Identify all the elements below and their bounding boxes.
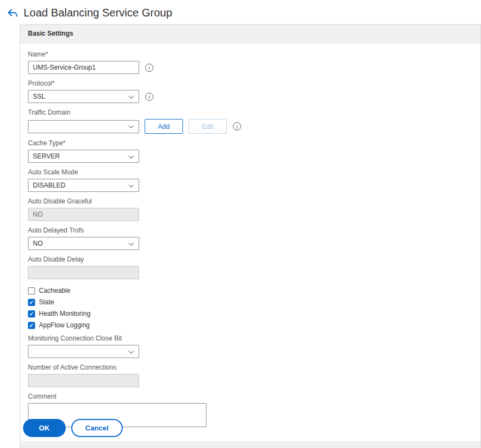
chevron-down-icon (129, 182, 134, 188)
cache-type-field-group: Cache Type* SERVER (28, 139, 473, 163)
cacheable-checkbox-row: Cacheable (28, 287, 473, 294)
panel-header: Basic Settings (20, 25, 480, 43)
cache-type-select[interactable]: SERVER (28, 150, 139, 163)
auto-delayed-trofs-label: Auto Delayed Trofs (28, 226, 473, 234)
auto-scale-mode-field-group: Auto Scale Mode DISABLED (28, 168, 473, 192)
appflow-logging-checkbox-row: AppFlow Logging (28, 321, 473, 329)
cancel-button[interactable]: Cancel (71, 419, 123, 437)
auto-scale-mode-select[interactable]: DISABLED (28, 179, 139, 192)
monitoring-connection-close-bit-field-group: Monitoring Connection Close Bit (28, 334, 473, 358)
edit-button[interactable]: Edit (188, 119, 227, 134)
auto-scale-mode-label: Auto Scale Mode (28, 168, 473, 176)
comment-label: Comment (28, 393, 473, 400)
state-checkbox[interactable] (28, 299, 35, 306)
monitoring-connection-close-bit-label: Monitoring Connection Close Bit (28, 334, 473, 342)
page-title: Load Balancing Service Group (24, 7, 172, 19)
protocol-select-value: SSL (33, 93, 45, 100)
auto-disable-delay-label: Auto Disable Delay (28, 256, 473, 263)
number-of-active-connections-input (28, 374, 139, 387)
back-arrow-icon[interactable] (7, 7, 19, 19)
auto-delayed-trofs-field-group: Auto Delayed Trofs NO (28, 226, 473, 250)
name-input[interactable] (28, 61, 139, 74)
basic-settings-panel: Basic Settings Name* i Protocol* SSL i T… (20, 24, 481, 447)
ok-button[interactable]: OK (23, 419, 66, 437)
auto-disable-delay-input (28, 266, 139, 279)
protocol-info-icon[interactable]: i (145, 93, 153, 101)
health-monitoring-checkbox-label: Health Monitoring (39, 310, 90, 317)
page-header: Load Balancing Service Group (0, 0, 481, 22)
auto-disable-graceful-field-group: Auto Disable Graceful (28, 197, 473, 221)
auto-scale-mode-select-value: DISABLED (33, 182, 65, 189)
traffic-domain-field-group: Traffic Domain Add Edit i (28, 109, 473, 134)
name-field-group: Name* i (28, 50, 473, 74)
monitoring-connection-close-bit-select[interactable] (28, 345, 139, 358)
cache-type-select-value: SERVER (33, 152, 60, 160)
auto-disable-graceful-label: Auto Disable Graceful (28, 197, 473, 205)
checkbox-section: Cacheable State Health Monitoring AppFlo… (28, 287, 473, 329)
traffic-domain-info-icon[interactable]: i (233, 122, 241, 131)
chevron-down-icon (129, 93, 134, 99)
number-of-active-connections-field-group: Number of Active Connections (28, 364, 473, 387)
auto-disable-delay-field-group: Auto Disable Delay (28, 256, 473, 279)
health-monitoring-checkbox[interactable] (28, 310, 35, 317)
state-checkbox-label: State (39, 298, 54, 306)
protocol-label: Protocol* (28, 80, 473, 87)
cache-type-label: Cache Type* (28, 139, 473, 147)
protocol-select[interactable]: SSL (28, 90, 139, 103)
name-info-icon[interactable]: i (145, 64, 153, 72)
add-button[interactable]: Add (145, 119, 183, 134)
panel-body: Name* i Protocol* SSL i Traffic Domain (20, 43, 480, 427)
chevron-down-icon (129, 240, 134, 246)
auto-delayed-trofs-select-value: NO (33, 240, 43, 247)
appflow-logging-checkbox[interactable] (28, 322, 35, 329)
cacheable-checkbox[interactable] (28, 287, 35, 294)
footer-actions: OK Cancel (23, 419, 123, 437)
name-label: Name* (28, 50, 473, 58)
auto-disable-graceful-input (28, 208, 139, 221)
panel-bottom-strip (20, 441, 480, 447)
protocol-field-group: Protocol* SSL i (28, 80, 473, 103)
chevron-down-icon (129, 348, 134, 354)
health-monitoring-checkbox-row: Health Monitoring (28, 310, 473, 317)
appflow-logging-checkbox-label: AppFlow Logging (39, 321, 90, 329)
cacheable-checkbox-label: Cacheable (39, 287, 70, 294)
state-checkbox-row: State (28, 298, 473, 306)
traffic-domain-label: Traffic Domain (28, 109, 473, 116)
auto-delayed-trofs-select[interactable]: NO (28, 237, 139, 250)
traffic-domain-select[interactable] (28, 120, 139, 133)
number-of-active-connections-label: Number of Active Connections (28, 364, 473, 371)
chevron-down-icon (129, 123, 134, 128)
chevron-down-icon (129, 153, 134, 158)
